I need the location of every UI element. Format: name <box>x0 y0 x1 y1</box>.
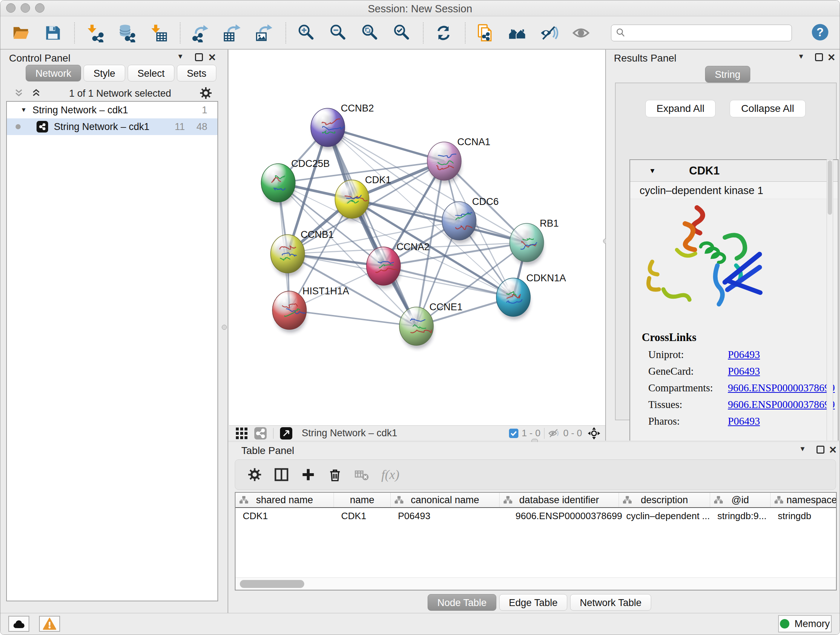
delete-column-button[interactable] <box>328 467 342 482</box>
scrollbar-thumb[interactable] <box>828 160 832 215</box>
cell-namespace[interactable]: stringdb <box>771 508 837 524</box>
tab-select[interactable]: Select <box>128 65 174 81</box>
grid-view-button[interactable] <box>235 427 248 440</box>
function-builder-button[interactable]: f(x) <box>381 467 399 482</box>
memory-button[interactable]: Memory <box>778 615 832 632</box>
cell-id[interactable]: stringdb:9... <box>710 508 771 524</box>
results-panel-float-button[interactable] <box>815 53 823 61</box>
network-options-gear-button[interactable] <box>199 87 212 101</box>
control-panel-menu-button[interactable]: ▼ <box>177 52 184 60</box>
create-column-button[interactable] <box>301 467 316 482</box>
cell-name[interactable]: CDK1 <box>334 508 391 524</box>
column-header-id[interactable]: @id <box>710 493 771 507</box>
warnings-button[interactable] <box>39 616 60 632</box>
search-input[interactable] <box>629 26 791 40</box>
control-panel-close-button[interactable]: ✕ <box>208 52 216 63</box>
column-header-name[interactable]: name <box>334 493 391 507</box>
column-header-shared-name[interactable]: shared name <box>235 493 334 507</box>
network-row[interactable]: String Network – cdk1 11 48 <box>7 119 218 135</box>
tab-network-table[interactable]: Network Table <box>570 594 652 611</box>
scrollbar-thumb[interactable] <box>240 580 304 588</box>
network-node-CDKN1A[interactable]: CDKN1A <box>496 272 566 320</box>
column-header-namespace[interactable]: namespace <box>771 493 837 507</box>
cloud-icon <box>12 617 26 630</box>
hide-selected-button[interactable] <box>538 21 560 44</box>
expand-all-button[interactable]: Expand All <box>645 100 715 117</box>
network-node-CDC25B[interactable]: CDC25B <box>261 158 330 205</box>
column-header-canonical-name[interactable]: canonical name <box>391 493 500 507</box>
network-node-HIST1H1A[interactable]: HIST1H1A <box>272 286 349 333</box>
network-node-CCNB1[interactable]: CCNB1 <box>271 229 334 276</box>
tab-edge-table[interactable]: Edge Table <box>499 594 568 611</box>
collapse-triangle-icon[interactable]: ▼ <box>21 106 27 114</box>
crosslink-link[interactable]: P06493 <box>728 415 760 427</box>
collapse-all-networks-button[interactable] <box>32 88 41 99</box>
delete-table-button[interactable] <box>355 467 369 482</box>
control-panel-float-button[interactable] <box>195 53 203 61</box>
duplicate-network-button[interactable] <box>475 21 496 44</box>
help-button[interactable]: ? <box>811 23 829 43</box>
tab-node-table[interactable]: Node Table <box>428 594 496 611</box>
import-network-file-button[interactable] <box>84 21 105 44</box>
network-edge[interactable] <box>328 127 444 161</box>
export-network-button[interactable] <box>190 21 211 44</box>
tab-network[interactable]: Network <box>26 65 81 81</box>
collapse-all-button[interactable]: Collapse All <box>729 100 806 117</box>
show-columns-button[interactable] <box>274 467 289 482</box>
crosslink-link[interactable]: P06493 <box>728 348 760 361</box>
tab-sets[interactable]: Sets <box>177 65 216 81</box>
tab-style[interactable]: Style <box>84 65 125 81</box>
open-session-button[interactable] <box>11 21 32 44</box>
refresh-button[interactable] <box>433 21 454 44</box>
export-image-button[interactable] <box>254 21 275 44</box>
collapse-triangle-icon[interactable]: ▼ <box>649 167 656 175</box>
table-panel-close-button[interactable]: ✕ <box>829 444 837 456</box>
save-session-button[interactable] <box>42 21 63 44</box>
network-edge[interactable] <box>289 310 416 326</box>
results-panel-close-button[interactable]: ✕ <box>827 52 836 63</box>
crosslink-row: Pharos: P06493 <box>642 413 838 429</box>
cell-database-identifier[interactable]: 9606.ENSP00000378699 <box>500 508 619 524</box>
import-network-database-button[interactable] <box>116 21 137 44</box>
network-node-CCNA2[interactable]: CCNA2 <box>366 241 430 288</box>
results-scrollbar[interactable] <box>827 159 833 447</box>
cell-shared-name[interactable]: CDK1 <box>235 508 334 524</box>
zoom-in-button[interactable] <box>295 21 317 44</box>
string-query-button[interactable] <box>507 21 528 44</box>
table-horizontal-scrollbar[interactable] <box>235 578 836 590</box>
network-node-CCNB2[interactable]: CCNB2 <box>311 103 374 150</box>
detach-view-button[interactable] <box>280 427 292 440</box>
network-view-canvas[interactable]: CCNB2CCNA1CDC25BCDK1CDC6RB1CCNB1CCNA2CDK… <box>229 50 605 425</box>
export-table-button[interactable] <box>222 21 243 44</box>
cloud-status-button[interactable] <box>8 616 29 632</box>
control-panel-title: Control Panel <box>9 52 71 64</box>
splitter-handle[interactable] <box>222 325 227 330</box>
table-row[interactable]: CDK1 CDK1 P06493 9606.ENSP00000378699 cy… <box>235 508 837 524</box>
network-collection-row[interactable]: ▼ String Network – cdk1 1 <box>7 102 218 119</box>
cell-description[interactable]: cyclin–dependent ... <box>619 508 710 524</box>
expand-all-networks-button[interactable] <box>14 88 24 99</box>
gene-entry-header[interactable]: ▼ CDK1 <box>630 160 838 182</box>
network-icon-button[interactable] <box>254 427 267 440</box>
zoom-selected-button[interactable] <box>391 21 412 44</box>
crosslink-link[interactable]: 9606.ENSP00000378699 <box>728 399 835 410</box>
network-node-CDC6[interactable]: CDC6 <box>442 196 499 243</box>
cell-canonical-name[interactable]: P06493 <box>391 508 500 524</box>
birds-eye-view-button[interactable] <box>588 427 600 440</box>
tab-string[interactable]: String <box>705 66 750 82</box>
column-header-database-identifier[interactable]: database identifier <box>500 493 619 507</box>
import-table-file-button[interactable] <box>148 21 169 44</box>
results-panel-menu-button[interactable]: ▼ <box>798 52 805 60</box>
network-node-CCNE1[interactable]: CCNE1 <box>399 302 463 348</box>
crosslink-link[interactable]: 9606.ENSP00000378699 <box>728 382 835 394</box>
table-panel-float-button[interactable] <box>816 446 824 454</box>
crosslink-link[interactable]: P06493 <box>728 365 760 377</box>
zoom-out-button[interactable] <box>327 21 348 44</box>
zoom-fit-button[interactable] <box>359 21 380 44</box>
table-settings-button[interactable] <box>248 467 262 482</box>
table-panel-menu-button[interactable]: ▼ <box>799 445 806 453</box>
network-node-RB1[interactable]: RB1 <box>510 218 559 265</box>
show-all-button[interactable] <box>570 21 592 44</box>
selected-checkbox-icon[interactable] <box>508 428 519 439</box>
column-header-description[interactable]: description <box>619 493 710 507</box>
